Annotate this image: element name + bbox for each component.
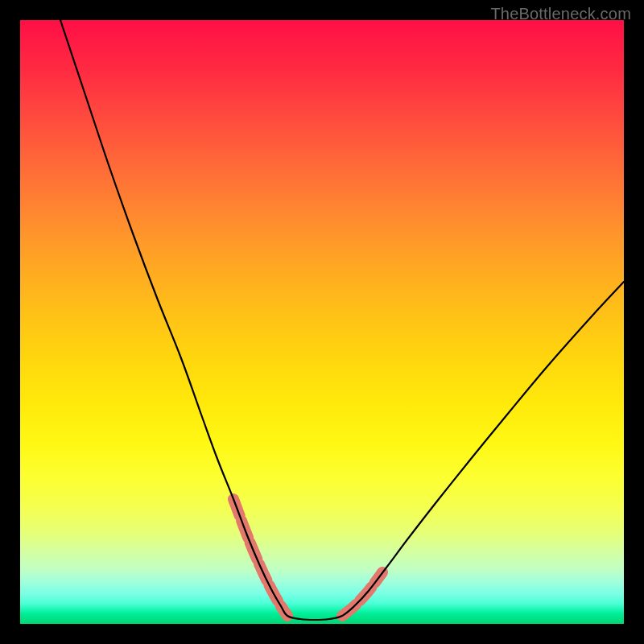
main-curve bbox=[60, 20, 624, 620]
plot-area bbox=[20, 20, 624, 624]
accent-right-dashes bbox=[342, 572, 382, 616]
curve-svg bbox=[20, 20, 624, 624]
watermark-text: TheBottleneck.com bbox=[490, 5, 631, 23]
accent-left-dashes bbox=[233, 499, 287, 616]
